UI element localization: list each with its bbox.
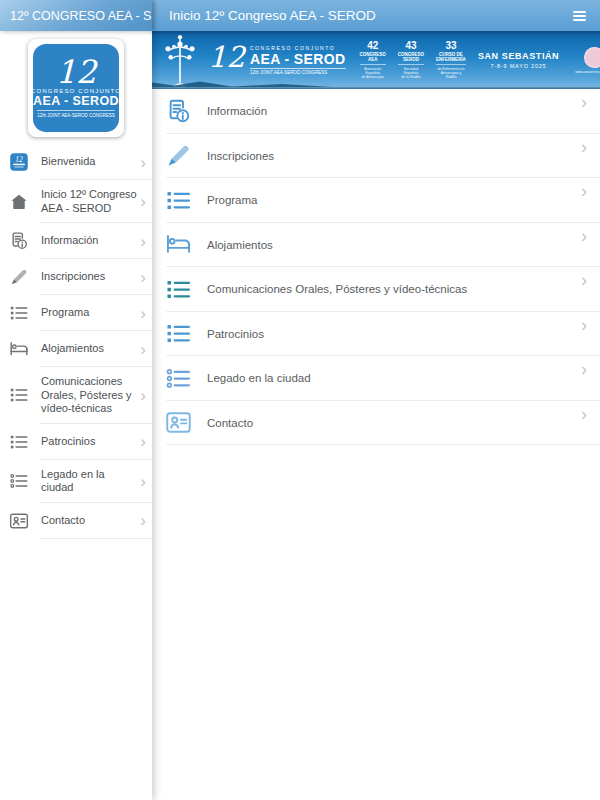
list-circles-icon — [165, 365, 192, 392]
bed-icon — [9, 339, 29, 359]
list-circles-icon — [9, 471, 29, 491]
sidebar: 12 CONGRESO CONJUNTO AEA - SEROD 12th JO… — [0, 31, 152, 800]
banner-badge-aea: 42 CONGRESO AEA Asociación Española de A… — [360, 41, 386, 79]
congress-logo: 12 CONGRESO CONJUNTO AEA - SEROD 12th JO… — [33, 44, 119, 132]
banner-logo-number: 12 — [208, 43, 245, 72]
congress-logo-card: 12 CONGRESO CONJUNTO AEA - SEROD 12th JO… — [28, 39, 124, 137]
page-title: Inicio 12º Congreso AEA - SEROD — [169, 8, 376, 23]
main-item-inscripciones[interactable]: Inscripciones › — [152, 134, 600, 179]
chevron-right-icon: › — [581, 182, 587, 200]
list-icon — [165, 320, 192, 347]
badge-number: 43 — [398, 41, 424, 51]
chevron-right-icon: › — [140, 193, 146, 210]
list-icon — [9, 432, 29, 452]
list-icon — [9, 385, 29, 405]
sidebar-item-informacion[interactable]: Información › — [0, 223, 152, 259]
main-item-informacion[interactable]: Información › — [152, 89, 600, 134]
coastline-graphic — [152, 77, 600, 89]
bed-icon — [165, 231, 192, 258]
main-item-legado[interactable]: Legado en la ciudad › — [152, 356, 600, 401]
badge-number: 42 — [360, 41, 386, 51]
chevron-right-icon: › — [581, 227, 587, 245]
congress-logo-icon: 12 — [9, 152, 29, 172]
app-title-bar: 12º CONGRESO AEA - S... — [0, 0, 152, 31]
chevron-right-icon: › — [140, 433, 146, 450]
chevron-right-icon: › — [581, 360, 587, 378]
sidebar-item-bienvenida[interactable]: 12 Bienvenida › — [0, 144, 152, 180]
sidebar-item-alojamientos[interactable]: Alojamientos › — [0, 331, 152, 367]
badge-number: 33 — [436, 41, 466, 51]
chevron-right-icon: › — [581, 93, 587, 111]
aea-logo: www.aeaartroscopia.com — [575, 47, 600, 74]
chevron-right-icon: › — [140, 512, 146, 529]
sidebar-item-patrocinios[interactable]: Patrocinios › — [0, 424, 152, 460]
banner-image: 12 CONGRESO CONJUNTO AEA - SEROD 12th JO… — [152, 31, 600, 89]
chevron-right-icon: › — [581, 138, 587, 156]
chevron-right-icon: › — [581, 316, 587, 334]
chevron-right-icon: › — [140, 305, 146, 322]
pencil-icon — [165, 142, 192, 169]
sidebar-item-contacto[interactable]: Contacto › — [0, 503, 152, 539]
contact-card-icon — [9, 511, 29, 531]
main-item-patrocinios[interactable]: Patrocinios › — [152, 312, 600, 357]
banner-location: SAN SEBASTIÁN 7-8-9 MAYO 2025 — [478, 51, 559, 69]
sidebar-item-inicio[interactable]: Inicio 12º Congreso AEA - SEROD › — [0, 180, 152, 223]
sidebar-item-programa[interactable]: Programa › — [0, 295, 152, 331]
banner-badge-enfermeria: 33 CURSO DE ENFERMERÍA de Enfermería en … — [436, 41, 466, 79]
badge-name: CONGRESO AEA — [360, 52, 386, 62]
page-header: Inicio 12º Congreso AEA - SEROD — [152, 0, 600, 31]
sidebar-item-legado[interactable]: Legado en la ciudad › — [0, 460, 152, 503]
chevron-right-icon: › — [140, 387, 146, 404]
sidebar-menu: 12 Bienvenida › Inicio 12º Congreso AEA … — [0, 144, 152, 539]
chevron-right-icon: › — [140, 269, 146, 286]
document-info-icon — [165, 98, 192, 125]
sidebar-item-inscripciones[interactable]: Inscripciones › — [0, 259, 152, 295]
list-icon — [165, 187, 192, 214]
chevron-right-icon: › — [140, 233, 146, 250]
main-item-programa[interactable]: Programa › — [152, 178, 600, 223]
main-menu-list: Información › Inscripciones › Programa ›… — [152, 89, 600, 445]
pencil-icon — [9, 267, 29, 287]
banner-logo-text: CONGRESO CONJUNTO AEA - SEROD 12th JOINT… — [250, 45, 346, 75]
badge-name: CONGRESO SEROD — [398, 52, 424, 62]
banner-logo-subtitle: 12th JOINT AEA-SEROD CONGRESS — [250, 68, 346, 75]
main-content: 12 CONGRESO CONJUNTO AEA - SEROD 12th JO… — [152, 31, 600, 800]
hamburger-menu-icon[interactable] — [570, 8, 589, 24]
banner-badges: 42 CONGRESO AEA Asociación Española de A… — [360, 41, 466, 79]
svg-text:12: 12 — [15, 155, 23, 164]
chevron-right-icon: › — [581, 271, 587, 289]
chevron-right-icon: › — [581, 405, 587, 423]
list-icon — [9, 303, 29, 323]
app-window: 12º CONGRESO AEA - S... Inicio 12º Congr… — [0, 0, 600, 800]
document-info-icon — [9, 231, 29, 251]
top-bar: 12º CONGRESO AEA - S... Inicio 12º Congr… — [0, 0, 600, 31]
main-item-alojamientos[interactable]: Alojamientos › — [152, 223, 600, 268]
banner-logo-name: AEA - SEROD — [250, 51, 346, 67]
list-icon — [165, 276, 192, 303]
banner-dates: 7-8-9 MAYO 2025 — [478, 63, 559, 69]
main-item-contacto[interactable]: Contacto › — [152, 401, 600, 446]
chevron-right-icon: › — [140, 473, 146, 490]
banner-badge-serod: 43 CONGRESO SEROD Sociedad Española de l… — [398, 41, 424, 79]
main-item-comunicaciones[interactable]: Comunicaciones Orales, Pósteres y vídeo-… — [152, 267, 600, 312]
logo-subtitle: 12th JOINT AEA-SEROD CONGRESS — [37, 110, 114, 118]
chevron-right-icon: › — [140, 341, 146, 358]
contact-card-icon — [165, 409, 192, 436]
app-title: 12º CONGRESO AEA - S... — [10, 9, 152, 23]
home-icon — [9, 192, 29, 212]
aea-circle-icon — [584, 47, 600, 68]
logo-number: 12 — [56, 58, 97, 86]
badge-name: CURSO DE ENFERMERÍA — [436, 52, 466, 62]
banner-city: SAN SEBASTIÁN — [478, 51, 559, 61]
aea-url: www.aeaartroscopia.com — [575, 70, 600, 74]
chevron-right-icon: › — [140, 154, 146, 171]
logo-name: AEA - SEROD — [33, 94, 119, 108]
sidebar-item-comunicaciones[interactable]: Comunicaciones Orales, Pósteres y vídeo-… — [0, 367, 152, 424]
